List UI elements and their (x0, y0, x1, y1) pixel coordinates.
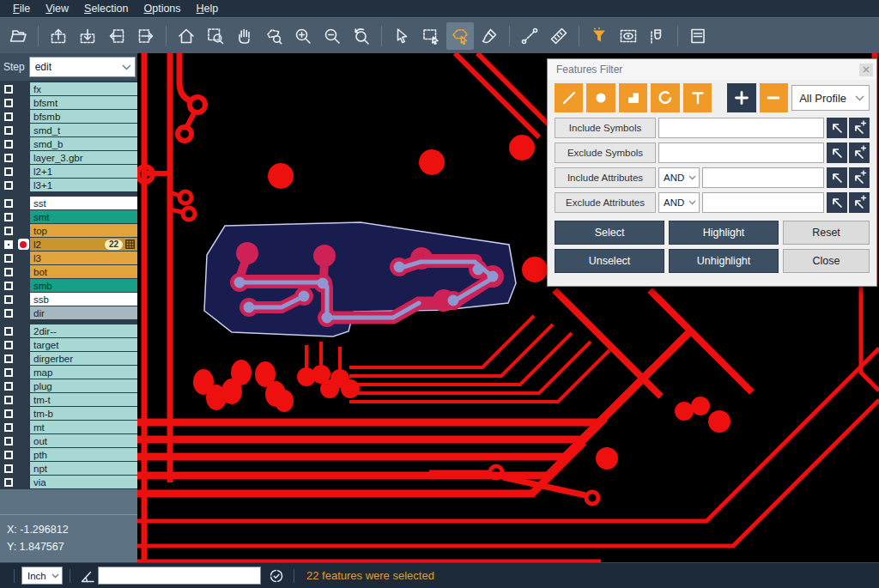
layer-name[interactable]: sst (30, 197, 137, 209)
layer-name[interactable]: smd_b (30, 137, 137, 150)
layer-name[interactable]: dir (30, 306, 137, 319)
zoom-out-button[interactable] (318, 22, 346, 50)
exclude-attributes-button[interactable]: Exclude Attributes (555, 192, 656, 213)
include-attributes-button[interactable]: Include Attributes (555, 167, 656, 188)
layer-checkbox-checked[interactable] (4, 240, 13, 249)
layer-checkbox[interactable] (4, 478, 13, 487)
layer-checkbox[interactable] (4, 213, 13, 221)
layer-row-map[interactable]: map (0, 366, 137, 379)
filter-pad-button[interactable] (586, 83, 615, 112)
layer-checkbox[interactable] (4, 282, 13, 290)
filter-arc-button[interactable] (651, 83, 679, 112)
pick-symbol-add-button[interactable] (849, 118, 870, 138)
layer-checkbox[interactable] (4, 309, 13, 318)
dialog-close-button[interactable] (859, 64, 873, 76)
filter-text-button[interactable] (683, 83, 712, 112)
snap-mode-button[interactable] (644, 22, 671, 50)
exclude-attributes-logic-dropdown[interactable]: AND (658, 192, 700, 213)
exclude-attributes-input[interactable] (702, 192, 824, 213)
layer-name[interactable]: npt (30, 462, 137, 475)
pick-attribute-add-button[interactable] (849, 167, 870, 188)
layer-row-plug[interactable]: plug (0, 379, 137, 392)
layer-name[interactable]: l3 (30, 252, 137, 264)
features-filter-button[interactable] (585, 22, 613, 50)
layer-checkbox[interactable] (4, 327, 13, 336)
layer-checkbox[interactable] (4, 126, 13, 135)
pan-hand-button[interactable] (231, 22, 258, 50)
layer-row-dirgerber[interactable]: dirgerber (0, 352, 137, 365)
highlight-button[interactable]: Highlight (669, 221, 779, 245)
layer-checkbox[interactable] (4, 154, 13, 162)
layer-checkbox[interactable] (4, 464, 13, 473)
layers-panel-button[interactable] (684, 22, 712, 50)
pick-attribute-add-button[interactable] (849, 192, 870, 213)
layer-row-tm-b[interactable]: tm-b (0, 407, 137, 420)
layer-name-active[interactable]: l2 22 (30, 238, 137, 251)
profile-dropdown[interactable]: All Profile (791, 85, 870, 111)
grid-table-icon[interactable] (125, 239, 135, 249)
layer-name[interactable]: pth (30, 448, 137, 461)
home-view-button[interactable] (173, 22, 200, 50)
layer-checkbox[interactable] (4, 167, 13, 176)
layer-row-bfsmb[interactable]: bfsmb (0, 110, 137, 123)
select-button[interactable]: Select (555, 221, 664, 245)
units-dropdown[interactable]: Inch (21, 567, 63, 585)
include-attributes-input[interactable] (702, 167, 824, 188)
layer-name[interactable]: 2dir-- (30, 324, 137, 337)
layer-checkbox[interactable] (4, 99, 13, 107)
unhighlight-button[interactable]: Unhighlight (669, 249, 779, 273)
layer-name[interactable]: fx (30, 82, 137, 95)
angle-measure-button[interactable] (77, 566, 98, 586)
select-pointer-button[interactable] (388, 22, 415, 50)
layer-row-tm-t[interactable]: tm-t (0, 393, 137, 406)
layer-row-layer_3[interactable]: layer_3.gbr (0, 151, 137, 164)
layer-row-pth[interactable]: pth (0, 448, 137, 461)
layer-checkbox[interactable] (4, 451, 13, 459)
layer-row-dir[interactable]: dir (0, 306, 137, 319)
layer-checkbox[interactable] (4, 268, 13, 276)
layer-checkbox[interactable] (4, 295, 13, 304)
menu-options[interactable]: Options (136, 1, 188, 16)
layer-name[interactable]: smd_t (30, 124, 137, 136)
layer-name[interactable]: l2+1 (30, 165, 137, 178)
menu-selection[interactable]: Selection (76, 1, 136, 16)
pick-attribute-button[interactable] (827, 192, 847, 213)
dialog-title-bar[interactable]: Features Filter (548, 59, 876, 80)
layer-checkbox[interactable] (4, 437, 13, 446)
layer-name[interactable]: map (30, 366, 137, 379)
reset-button[interactable]: Reset (783, 221, 870, 245)
layer-row-bfsmt[interactable]: bfsmt (0, 96, 137, 109)
layer-checkbox[interactable] (4, 254, 13, 263)
layer-row-mt[interactable]: mt (0, 421, 137, 433)
apply-button[interactable] (266, 566, 287, 586)
layer-row-fx[interactable]: fx (0, 82, 137, 95)
layer-checkbox[interactable] (4, 423, 13, 432)
command-input[interactable] (98, 567, 261, 585)
open-file-button[interactable] (4, 22, 32, 50)
layer-name[interactable]: bfsmb (30, 110, 137, 123)
layer-row-top[interactable]: top (0, 224, 137, 237)
include-attributes-logic-dropdown[interactable]: AND (658, 167, 700, 188)
filter-add-button[interactable] (727, 83, 755, 112)
layer-checkbox[interactable] (4, 396, 13, 404)
pick-symbol-button[interactable] (827, 118, 847, 138)
layer-name[interactable]: bfsmt (30, 96, 137, 109)
layer-name[interactable]: bot (30, 265, 137, 278)
menu-help[interactable]: Help (189, 1, 227, 16)
layer-checkbox[interactable] (4, 355, 13, 363)
layer-name[interactable]: via (30, 476, 137, 488)
layer-name[interactable]: dirgerber (30, 352, 137, 365)
layer-checkbox[interactable] (4, 112, 13, 121)
layer-checkbox[interactable] (4, 341, 13, 349)
polygon-select-button[interactable] (446, 22, 474, 50)
pcb-canvas[interactable]: Features Filter All Profile (137, 53, 879, 562)
layer-row-smd_t[interactable]: smd_t (0, 124, 137, 136)
layer-row-target[interactable]: target (0, 338, 137, 351)
pick-symbol-button[interactable] (827, 142, 847, 163)
rectangle-select-button[interactable] (417, 22, 445, 50)
layer-row-l3plus1[interactable]: l3+1 (0, 179, 137, 191)
ruler-button[interactable] (545, 22, 573, 50)
filter-remove-button[interactable] (760, 83, 788, 112)
unselect-button[interactable]: Unselect (555, 249, 664, 273)
pick-attribute-button[interactable] (827, 167, 847, 188)
